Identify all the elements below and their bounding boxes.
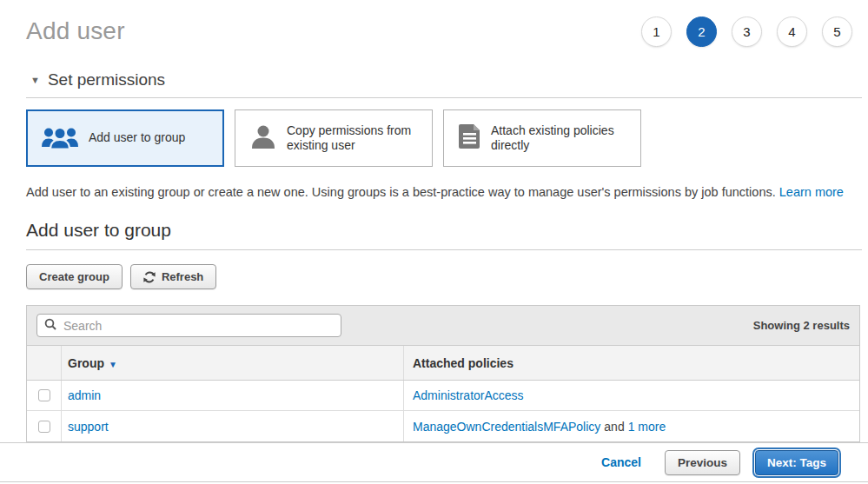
results-count: Showing 2 results [753,319,850,332]
more-policies-link[interactable]: 1 more [628,420,666,434]
card-add-user-to-group[interactable]: Add user to group [26,109,224,167]
wizard-footer: Cancel Previous Next: Tags [0,442,868,482]
card-attach-policies[interactable]: Attach existing policies directly [443,109,641,167]
permission-option-cards: Add user to group Copy permissions from … [26,109,862,167]
group-column-label: Group [68,356,104,370]
add-user-to-group-title: Add user to group [26,220,862,250]
group-actions: Create group Refresh [26,264,862,289]
card-label: Copy permissions from existing user [287,123,425,154]
table-row-support: support ManageOwnCredentialsMFAPolicyand… [27,411,859,441]
next-tags-button[interactable]: Next: Tags [755,450,838,475]
row-checkbox[interactable] [38,389,50,401]
section-description: Add user to an existing group or create … [26,185,862,199]
set-permissions-title: Set permissions [48,70,165,90]
search-box[interactable] [36,314,341,337]
search-icon [44,318,56,334]
step-2-active[interactable]: 2 [686,17,717,47]
wizard-steps: 1 2 3 4 5 [641,17,852,47]
attached-column-label: Attached policies [413,356,514,370]
attached-policies-column-header: Attached policies [403,346,859,380]
single-user-icon [249,123,277,154]
card-label: Attach existing policies directly [491,123,633,154]
group-users-icon [41,124,79,153]
set-permissions-header[interactable]: ▼ Set permissions [26,70,862,98]
table-row-admin: admin AdministratorAccess [27,381,859,411]
search-input[interactable] [62,318,334,334]
collapse-triangle-icon: ▼ [30,76,40,85]
row-checkbox-cell [27,411,62,441]
description-text: Add user to an existing group or create … [26,185,776,199]
previous-button[interactable]: Previous [665,450,740,475]
group-link[interactable]: admin [68,388,101,402]
step-3[interactable]: 3 [732,17,762,47]
step-1[interactable]: 1 [641,17,672,47]
header-checkbox-cell [27,346,62,380]
create-group-label: Create group [39,270,109,283]
card-copy-permissions[interactable]: Copy permissions from existing user [235,109,433,167]
learn-more-link[interactable]: Learn more [779,185,844,199]
groups-table: Showing 2 results Group▼ Attached polici… [26,305,860,442]
refresh-label: Refresh [162,270,203,283]
policy-document-icon [458,123,481,153]
table-header-row: Group▼ Attached policies [27,346,859,381]
group-column-header[interactable]: Group▼ [62,356,403,370]
row-checkbox[interactable] [38,421,50,433]
policy-link[interactable]: AdministratorAccess [413,388,524,402]
table-toolbar: Showing 2 results [27,306,859,346]
refresh-icon [143,271,156,283]
page-header: Add user 1 2 3 4 5 [26,0,862,47]
sort-down-icon: ▼ [109,360,117,369]
refresh-button[interactable]: Refresh [130,264,216,289]
step-4[interactable]: 4 [777,17,807,47]
next-tags-label: Next: Tags [767,456,826,469]
previous-label: Previous [678,456,727,469]
step-5[interactable]: 5 [822,17,852,47]
policy-link[interactable]: ManageOwnCredentialsMFAPolicy [413,420,600,434]
cancel-link[interactable]: Cancel [601,455,641,469]
policy-joiner-text: and [604,420,624,434]
group-link[interactable]: support [68,420,109,434]
create-group-button[interactable]: Create group [26,264,123,289]
row-checkbox-cell [27,381,62,410]
page-title: Add user [26,17,125,45]
card-label: Add user to group [89,130,185,146]
